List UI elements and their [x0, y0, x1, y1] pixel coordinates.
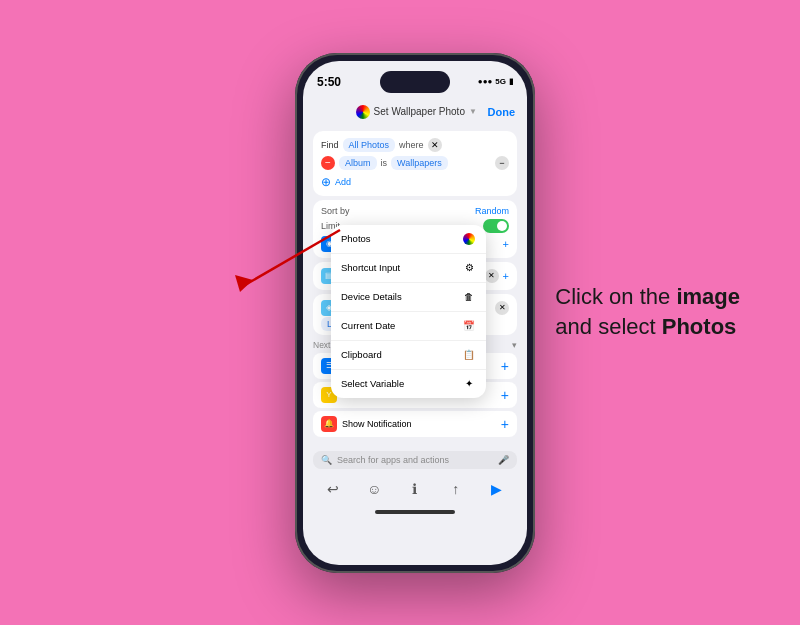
- photos-label: Photos: [341, 233, 371, 244]
- dropdown-item-photos[interactable]: Photos: [331, 225, 486, 254]
- row-x-button[interactable]: −: [495, 156, 509, 170]
- phone-frame: 5:50 ●●● 5G ▮ Set Wallpaper Photo ▼ Done: [295, 53, 535, 573]
- dropdown-item-current-date[interactable]: Current Date 📅: [331, 312, 486, 341]
- find-label: Find: [321, 140, 339, 150]
- nav-title: Set Wallpaper Photo ▼: [356, 105, 477, 119]
- show-notification-left: 🔔 Show Notification: [321, 416, 412, 432]
- dynamic-island: [380, 71, 450, 93]
- device-details-icon: 🗑: [462, 290, 476, 304]
- sort-label: Sort by: [321, 206, 350, 216]
- red-arrow-annotation: [185, 220, 345, 300]
- device-details-label: Device Details: [341, 291, 402, 302]
- battery-icon: ▮: [509, 77, 513, 86]
- add-filter-label[interactable]: Add: [335, 177, 351, 187]
- home-indicator: [375, 510, 455, 514]
- search-placeholder: Search for apps and actions: [337, 455, 449, 465]
- nav-title-text: Set Wallpaper Photo: [374, 106, 465, 117]
- find-row2: − Album is Wallpapers −: [321, 156, 509, 170]
- photos-icon: [462, 232, 476, 246]
- add-filter-row: ⊕ Add: [321, 175, 509, 189]
- tab-info-icon[interactable]: ℹ: [404, 478, 426, 500]
- select-variable-icon: ✦: [462, 377, 476, 391]
- shortcuts-icon: [356, 105, 370, 119]
- filter-x-button[interactable]: ✕: [428, 138, 442, 152]
- search-icon: 🔍: [321, 455, 332, 465]
- set-x-button[interactable]: ✕: [495, 301, 509, 315]
- show-notification-icon: 🔔: [321, 416, 337, 432]
- wallpapers-token[interactable]: Wallpapers: [391, 156, 448, 170]
- nav-bar: Set Wallpaper Photo ▼ Done: [303, 101, 527, 125]
- status-icons: ●●● 5G ▮: [478, 77, 513, 86]
- find-block: Find All Photos where ✕ − Album is Wallp…: [313, 131, 517, 196]
- choose-menu-add-button[interactable]: +: [501, 358, 509, 374]
- nav-chevron-icon: ▼: [469, 107, 477, 116]
- dropdown-item-select-variable[interactable]: Select Variable ✦: [331, 370, 486, 398]
- shortcut-input-label: Shortcut Input: [341, 262, 400, 273]
- svg-line-0: [245, 230, 340, 285]
- dropdown-item-device-details[interactable]: Device Details 🗑: [331, 283, 486, 312]
- limit-toggle[interactable]: [483, 219, 509, 233]
- dropdown-item-clipboard[interactable]: Clipboard 📋: [331, 341, 486, 370]
- svg-marker-1: [235, 275, 253, 292]
- tab-back-icon[interactable]: ↩: [322, 478, 344, 500]
- show-notification-label: Show Notification: [342, 419, 412, 429]
- search-bar[interactable]: 🔍 Search for apps and actions 🎤: [313, 451, 517, 469]
- sw-x-button[interactable]: ✕: [485, 269, 499, 283]
- suggestion-show-notification[interactable]: 🔔 Show Notification +: [313, 411, 517, 437]
- tab-smiley-icon[interactable]: ☺: [363, 478, 385, 500]
- signal-icon: ●●●: [478, 77, 493, 86]
- is-label: is: [381, 158, 388, 168]
- instruction-text: Click on the image and select Photos: [555, 282, 740, 344]
- photos-emphasis: Photos: [662, 315, 737, 340]
- sort-value[interactable]: Random: [475, 206, 509, 216]
- shortcut-input-icon: ⚙: [462, 261, 476, 275]
- nav-done-button[interactable]: Done: [488, 106, 516, 118]
- bottom-tabs: ↩ ☺ ℹ ↑ ▶: [303, 474, 527, 508]
- select-variable-label: Select Variable: [341, 378, 404, 389]
- sort-row: Sort by Random: [321, 206, 509, 216]
- tab-play-icon[interactable]: ▶: [486, 478, 508, 500]
- current-date-label: Current Date: [341, 320, 395, 331]
- clipboard-label: Clipboard: [341, 349, 382, 360]
- where-label: where: [399, 140, 424, 150]
- tab-share-icon[interactable]: ↑: [445, 478, 467, 500]
- current-date-icon: 📅: [462, 319, 476, 333]
- scene: 5:50 ●●● 5G ▮ Set Wallpaper Photo ▼ Done: [0, 0, 800, 625]
- phone-screen: 5:50 ●●● 5G ▮ Set Wallpaper Photo ▼ Done: [303, 61, 527, 565]
- suggestions-chevron[interactable]: ▾: [512, 340, 517, 350]
- status-time: 5:50: [317, 75, 341, 89]
- microphone-icon[interactable]: 🎤: [498, 455, 509, 465]
- network-label: 5G: [495, 77, 506, 86]
- image-emphasis: image: [676, 284, 740, 309]
- album-token[interactable]: Album: [339, 156, 377, 170]
- remove-filter-button[interactable]: −: [321, 156, 335, 170]
- find-row: Find All Photos where ✕: [321, 138, 509, 152]
- get-plus-button[interactable]: +: [503, 238, 509, 250]
- show-notification-add-button[interactable]: +: [501, 416, 509, 432]
- if-add-button[interactable]: +: [501, 387, 509, 403]
- dropdown-menu: Photos Shortcut Input ⚙ Device Details 🗑: [331, 225, 486, 398]
- add-filter-icon: ⊕: [321, 175, 331, 189]
- clipboard-icon: 📋: [462, 348, 476, 362]
- dropdown-item-shortcut-input[interactable]: Shortcut Input ⚙: [331, 254, 486, 283]
- all-photos-token[interactable]: All Photos: [343, 138, 396, 152]
- sw-plus-button[interactable]: +: [503, 270, 509, 282]
